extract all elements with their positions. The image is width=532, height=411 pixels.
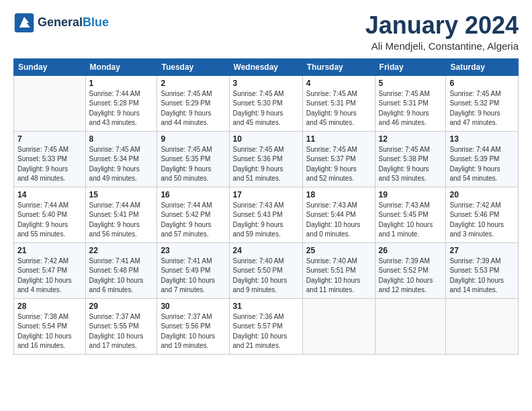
day-info: Sunrise: 7:45 AM Sunset: 5:38 PM Dayligh… bbox=[379, 145, 443, 184]
logo-icon bbox=[13, 12, 35, 34]
day-number: 18 bbox=[306, 190, 371, 199]
day-info: Sunrise: 7:45 AM Sunset: 5:34 PM Dayligh… bbox=[89, 145, 154, 184]
day-number: 21 bbox=[17, 246, 82, 255]
day-cell: 1Sunrise: 7:44 AM Sunset: 5:28 PM Daylig… bbox=[85, 75, 157, 131]
day-number: 10 bbox=[233, 134, 299, 144]
day-cell: 21Sunrise: 7:42 AM Sunset: 5:47 PM Dayli… bbox=[14, 242, 86, 298]
day-cell: 14Sunrise: 7:44 AM Sunset: 5:40 PM Dayli… bbox=[14, 187, 86, 242]
day-number: 20 bbox=[449, 190, 515, 199]
logo: GeneralBlue bbox=[13, 12, 109, 34]
day-number: 8 bbox=[89, 134, 154, 144]
calendar-header: SundayMondayTuesdayWednesdayThursdayFrid… bbox=[14, 58, 519, 75]
day-info: Sunrise: 7:41 AM Sunset: 5:48 PM Dayligh… bbox=[89, 257, 154, 295]
day-cell: 8Sunrise: 7:45 AM Sunset: 5:34 PM Daylig… bbox=[85, 131, 157, 187]
col-header-tuesday: Tuesday bbox=[157, 58, 229, 75]
col-header-saturday: Saturday bbox=[446, 58, 519, 75]
day-info: Sunrise: 7:45 AM Sunset: 5:29 PM Dayligh… bbox=[161, 89, 225, 128]
header-row: SundayMondayTuesdayWednesdayThursdayFrid… bbox=[14, 58, 519, 75]
day-number: 27 bbox=[449, 246, 515, 255]
day-info: Sunrise: 7:39 AM Sunset: 5:53 PM Dayligh… bbox=[449, 257, 515, 295]
day-number: 14 bbox=[17, 190, 82, 199]
day-number: 19 bbox=[379, 190, 443, 199]
day-info: Sunrise: 7:43 AM Sunset: 5:45 PM Dayligh… bbox=[379, 201, 443, 240]
day-info: Sunrise: 7:42 AM Sunset: 5:46 PM Dayligh… bbox=[449, 201, 515, 240]
day-number: 31 bbox=[233, 302, 299, 311]
day-number: 26 bbox=[379, 246, 443, 255]
col-header-sunday: Sunday bbox=[14, 58, 86, 75]
day-number: 16 bbox=[161, 190, 225, 199]
day-info: Sunrise: 7:45 AM Sunset: 5:37 PM Dayligh… bbox=[306, 145, 371, 184]
day-cell: 10Sunrise: 7:45 AM Sunset: 5:36 PM Dayli… bbox=[229, 131, 302, 187]
day-info: Sunrise: 7:39 AM Sunset: 5:52 PM Dayligh… bbox=[379, 257, 443, 295]
title-block: January 2024 Ali Mendjeli, Constantine, … bbox=[365, 12, 519, 52]
day-info: Sunrise: 7:37 AM Sunset: 5:56 PM Dayligh… bbox=[161, 312, 225, 351]
calendar-table: SundayMondayTuesdayWednesdayThursdayFrid… bbox=[13, 58, 519, 355]
day-number: 11 bbox=[306, 134, 371, 144]
day-info: Sunrise: 7:45 AM Sunset: 5:36 PM Dayligh… bbox=[233, 145, 299, 184]
day-cell bbox=[14, 75, 86, 131]
day-number: 29 bbox=[89, 302, 154, 311]
day-info: Sunrise: 7:45 AM Sunset: 5:30 PM Dayligh… bbox=[233, 89, 299, 128]
day-cell: 15Sunrise: 7:44 AM Sunset: 5:41 PM Dayli… bbox=[85, 187, 157, 242]
day-info: Sunrise: 7:44 AM Sunset: 5:28 PM Dayligh… bbox=[89, 89, 154, 128]
day-cell: 5Sunrise: 7:45 AM Sunset: 5:31 PM Daylig… bbox=[375, 75, 446, 131]
day-info: Sunrise: 7:45 AM Sunset: 5:31 PM Dayligh… bbox=[379, 89, 443, 128]
day-number: 9 bbox=[161, 134, 225, 144]
day-number: 3 bbox=[233, 79, 299, 88]
day-info: Sunrise: 7:44 AM Sunset: 5:42 PM Dayligh… bbox=[161, 201, 225, 240]
day-cell bbox=[375, 298, 446, 354]
day-number: 17 bbox=[233, 190, 299, 199]
page: GeneralBlue January 2024 Ali Mendjeli, C… bbox=[0, 0, 532, 411]
day-info: Sunrise: 7:41 AM Sunset: 5:49 PM Dayligh… bbox=[161, 257, 225, 295]
subtitle: Ali Mendjeli, Constantine, Algeria bbox=[365, 40, 519, 52]
day-number: 13 bbox=[449, 134, 515, 144]
day-cell: 2Sunrise: 7:45 AM Sunset: 5:29 PM Daylig… bbox=[157, 75, 229, 131]
day-number: 7 bbox=[17, 134, 82, 144]
day-number: 12 bbox=[379, 134, 443, 144]
day-number: 22 bbox=[89, 246, 154, 255]
day-cell: 9Sunrise: 7:45 AM Sunset: 5:35 PM Daylig… bbox=[157, 131, 229, 187]
day-cell: 6Sunrise: 7:45 AM Sunset: 5:32 PM Daylig… bbox=[446, 75, 519, 131]
day-info: Sunrise: 7:44 AM Sunset: 5:41 PM Dayligh… bbox=[89, 201, 154, 240]
day-cell: 24Sunrise: 7:40 AM Sunset: 5:50 PM Dayli… bbox=[229, 242, 302, 298]
day-number: 4 bbox=[306, 79, 371, 88]
day-info: Sunrise: 7:44 AM Sunset: 5:39 PM Dayligh… bbox=[449, 145, 515, 184]
day-cell: 31Sunrise: 7:36 AM Sunset: 5:57 PM Dayli… bbox=[229, 298, 302, 354]
col-header-wednesday: Wednesday bbox=[229, 58, 302, 75]
day-cell: 3Sunrise: 7:45 AM Sunset: 5:30 PM Daylig… bbox=[229, 75, 302, 131]
day-cell: 27Sunrise: 7:39 AM Sunset: 5:53 PM Dayli… bbox=[446, 242, 519, 298]
day-cell: 7Sunrise: 7:45 AM Sunset: 5:33 PM Daylig… bbox=[14, 131, 86, 187]
day-cell: 20Sunrise: 7:42 AM Sunset: 5:46 PM Dayli… bbox=[446, 187, 519, 242]
day-number: 5 bbox=[379, 79, 443, 88]
day-number: 1 bbox=[89, 79, 154, 88]
week-row-1: 1Sunrise: 7:44 AM Sunset: 5:28 PM Daylig… bbox=[14, 75, 519, 131]
day-number: 6 bbox=[449, 79, 515, 88]
day-cell bbox=[446, 298, 519, 354]
day-info: Sunrise: 7:36 AM Sunset: 5:57 PM Dayligh… bbox=[233, 312, 299, 351]
day-info: Sunrise: 7:45 AM Sunset: 5:31 PM Dayligh… bbox=[306, 89, 371, 128]
day-info: Sunrise: 7:38 AM Sunset: 5:54 PM Dayligh… bbox=[17, 312, 82, 351]
col-header-monday: Monday bbox=[85, 58, 157, 75]
week-row-3: 14Sunrise: 7:44 AM Sunset: 5:40 PM Dayli… bbox=[14, 187, 519, 242]
header: GeneralBlue January 2024 Ali Mendjeli, C… bbox=[13, 12, 519, 52]
day-cell: 30Sunrise: 7:37 AM Sunset: 5:56 PM Dayli… bbox=[157, 298, 229, 354]
day-info: Sunrise: 7:45 AM Sunset: 5:33 PM Dayligh… bbox=[17, 145, 82, 184]
day-number: 28 bbox=[17, 302, 82, 311]
day-info: Sunrise: 7:37 AM Sunset: 5:55 PM Dayligh… bbox=[89, 312, 154, 351]
logo-general: GeneralBlue bbox=[38, 16, 109, 30]
week-row-4: 21Sunrise: 7:42 AM Sunset: 5:47 PM Dayli… bbox=[14, 242, 519, 298]
day-info: Sunrise: 7:42 AM Sunset: 5:47 PM Dayligh… bbox=[17, 257, 82, 295]
calendar-body: 1Sunrise: 7:44 AM Sunset: 5:28 PM Daylig… bbox=[14, 75, 519, 354]
day-cell: 23Sunrise: 7:41 AM Sunset: 5:49 PM Dayli… bbox=[157, 242, 229, 298]
day-cell: 26Sunrise: 7:39 AM Sunset: 5:52 PM Dayli… bbox=[375, 242, 446, 298]
day-cell: 25Sunrise: 7:40 AM Sunset: 5:51 PM Dayli… bbox=[302, 242, 375, 298]
day-cell: 12Sunrise: 7:45 AM Sunset: 5:38 PM Dayli… bbox=[375, 131, 446, 187]
day-cell: 16Sunrise: 7:44 AM Sunset: 5:42 PM Dayli… bbox=[157, 187, 229, 242]
day-cell: 19Sunrise: 7:43 AM Sunset: 5:45 PM Dayli… bbox=[375, 187, 446, 242]
day-number: 15 bbox=[89, 190, 154, 199]
day-cell: 29Sunrise: 7:37 AM Sunset: 5:55 PM Dayli… bbox=[85, 298, 157, 354]
day-info: Sunrise: 7:45 AM Sunset: 5:35 PM Dayligh… bbox=[161, 145, 225, 184]
day-info: Sunrise: 7:43 AM Sunset: 5:44 PM Dayligh… bbox=[306, 201, 371, 240]
day-info: Sunrise: 7:40 AM Sunset: 5:51 PM Dayligh… bbox=[306, 257, 371, 295]
day-number: 30 bbox=[161, 302, 225, 311]
